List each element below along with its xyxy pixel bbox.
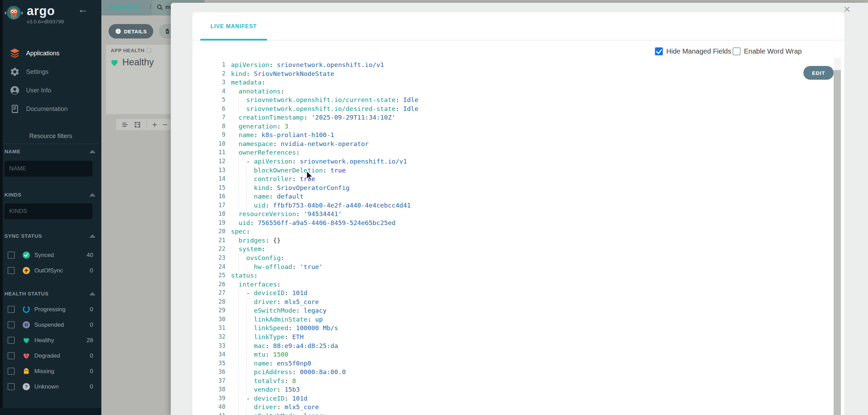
yaml-line: ownerReferences: bbox=[231, 148, 812, 157]
healthy-filter-checkbox[interactable] bbox=[8, 337, 15, 344]
filter-count: 0 bbox=[90, 306, 93, 313]
filter-count: 0 bbox=[90, 322, 93, 328]
line-number: 15 bbox=[192, 183, 225, 192]
yaml-line: generation: 3 bbox=[231, 122, 812, 131]
yaml-editor[interactable]: 1234567891011121314151617181920212223242… bbox=[192, 60, 812, 415]
argo-wordmark: argo bbox=[27, 4, 55, 18]
yaml-line: sriovnetwork.openshift.io/desired-state:… bbox=[231, 104, 812, 113]
help-icon bbox=[146, 48, 152, 53]
progressing-filter-checkbox[interactable] bbox=[8, 306, 15, 313]
divider bbox=[3, 144, 99, 144]
line-number: 1 bbox=[192, 60, 225, 69]
yaml-line: sriovnetwork.openshift.io/current-state:… bbox=[231, 96, 812, 104]
list-view-icon[interactable] bbox=[122, 121, 129, 128]
synced-filter-checkbox[interactable] bbox=[8, 251, 15, 259]
name-filter-input[interactable] bbox=[4, 161, 92, 177]
line-number: 29 bbox=[192, 306, 225, 315]
tab-live-manifest[interactable]: LIVE MANIFEST bbox=[200, 12, 267, 41]
manifest-panel: × LIVE MANIFEST Hide Managed Fields Enab… bbox=[171, 3, 868, 415]
line-number: 3 bbox=[192, 78, 225, 87]
filter-row-progressing: Progressing0 bbox=[0, 302, 101, 317]
unknown-filter-checkbox[interactable] bbox=[8, 383, 15, 390]
line-number: 37 bbox=[192, 377, 225, 385]
yaml-line: kind: SriovOperatorConfig bbox=[231, 183, 812, 192]
filter-count: 0 bbox=[90, 368, 93, 375]
yaml-line: resourceVersion: '94534441' bbox=[231, 210, 812, 218]
hide-managed-fields-label[interactable]: Hide Managed Fields bbox=[666, 47, 731, 55]
yaml-line: kind: SriovNetworkNodeState bbox=[231, 69, 812, 78]
collapse-health-icon[interactable] bbox=[89, 292, 96, 295]
yaml-line: pciAddress: 0000:8a:00.0 bbox=[231, 368, 812, 377]
word-wrap-label[interactable]: Enable Word Wrap bbox=[744, 47, 802, 55]
breadcrumb[interactable]: Applications bbox=[109, 4, 140, 11]
yaml-line: linkSpeed: 100000 Mb/s bbox=[231, 324, 812, 333]
sidebar-item-user-info[interactable]: User Info bbox=[0, 81, 101, 100]
yaml-line: mac: 88:e9:a4:d8:25:da bbox=[231, 341, 812, 350]
yaml-line: annotations: bbox=[231, 87, 812, 96]
yaml-line: linkAdminState: up bbox=[231, 315, 812, 324]
line-number: 35 bbox=[192, 359, 225, 368]
sidebar-item-applications[interactable]: Applications bbox=[0, 44, 101, 63]
gear-icon bbox=[10, 67, 20, 77]
collapse-sidebar-arrow-icon[interactable]: ← bbox=[78, 3, 88, 15]
line-number: 39 bbox=[192, 394, 225, 403]
tab-bar: LIVE MANIFEST bbox=[192, 12, 844, 41]
missing-filter-checkbox[interactable] bbox=[8, 368, 15, 375]
name-filter-heading: NAME bbox=[4, 148, 96, 154]
kinds-filter-input[interactable] bbox=[4, 203, 92, 219]
yaml-line: - apiVersion: sriovnetwork.openshift.io/… bbox=[231, 157, 812, 166]
editor-scrollbar-thumb[interactable] bbox=[834, 70, 841, 415]
filter-label: OutOfSync bbox=[34, 267, 90, 274]
user-icon bbox=[10, 85, 20, 96]
hide-managed-fields-toggle[interactable]: Hide Managed Fields bbox=[655, 47, 731, 55]
line-number: 17 bbox=[192, 201, 225, 210]
editor-scrollbar-track bbox=[834, 58, 841, 415]
details-button[interactable]: DETAILS bbox=[109, 24, 153, 38]
filter-label: Unknown bbox=[34, 383, 90, 390]
sidebar-item-documentation[interactable]: Documentation bbox=[0, 100, 101, 118]
yaml-line: namespace: nvidia-network-operator bbox=[231, 139, 812, 148]
hide-managed-fields-checkbox[interactable] bbox=[655, 47, 663, 55]
collapse-sync-icon[interactable] bbox=[89, 234, 96, 238]
breadcrumb-separator: / bbox=[149, 3, 151, 11]
filter-label: Healthy bbox=[34, 337, 87, 344]
line-number: 14 bbox=[192, 175, 225, 183]
suspended-filter-checkbox[interactable] bbox=[8, 321, 15, 328]
map-view-icon[interactable] bbox=[134, 121, 141, 128]
filter-row-healthy: Healthy28 bbox=[0, 333, 101, 348]
word-wrap-checkbox[interactable] bbox=[733, 47, 741, 55]
yaml-line: eSwitchMode: legacy bbox=[231, 306, 812, 315]
filter-row-outofsync: OutOfSync0 bbox=[0, 263, 101, 278]
close-icon[interactable]: × bbox=[844, 3, 850, 15]
sidebar-item-label: Applications bbox=[26, 50, 59, 57]
line-number: 6 bbox=[192, 104, 225, 113]
line-number: 5 bbox=[192, 96, 225, 104]
collapse-kinds-icon[interactable] bbox=[89, 193, 96, 197]
collapse-name-icon[interactable] bbox=[89, 150, 96, 153]
yaml-code: apiVersion: sriovnetwork.openshift.io/v1… bbox=[231, 60, 812, 415]
zoom-out-button[interactable]: − bbox=[163, 121, 167, 128]
filter-row-suspended: Suspended0 bbox=[0, 317, 101, 333]
zoom-in-button[interactable]: + bbox=[152, 121, 157, 128]
sidebar-item-label: Settings bbox=[26, 68, 48, 76]
layers-icon bbox=[10, 48, 20, 58]
yaml-line: system: bbox=[231, 245, 812, 254]
yaml-line: name: k8s-proliant-h100-1 bbox=[231, 131, 812, 139]
yaml-line: apiVersion: sriovnetwork.openshift.io/v1 bbox=[231, 60, 812, 69]
degraded-filter-checkbox[interactable] bbox=[8, 352, 15, 359]
line-number: 11 bbox=[192, 148, 225, 157]
line-number: 22 bbox=[192, 245, 225, 254]
yaml-line: totalvfs: 8 bbox=[231, 377, 812, 385]
outofsync-icon bbox=[22, 267, 30, 274]
document-icon bbox=[164, 28, 170, 34]
health-status-list: Progressing0Suspended0Healthy28Degraded0… bbox=[0, 302, 101, 394]
unknown-icon: ? bbox=[22, 383, 30, 391]
yaml-line: creationTimestamp: '2025-09-29T11:34:10Z… bbox=[231, 113, 812, 122]
svg-text:?: ? bbox=[25, 384, 27, 389]
line-number-gutter: 1234567891011121314151617181920212223242… bbox=[192, 60, 225, 415]
sidebar-item-settings[interactable]: Settings bbox=[0, 63, 101, 81]
search-icon bbox=[156, 4, 163, 11]
line-number: 7 bbox=[192, 113, 225, 122]
word-wrap-toggle[interactable]: Enable Word Wrap bbox=[733, 47, 802, 55]
outofsync-filter-checkbox[interactable] bbox=[8, 267, 15, 274]
